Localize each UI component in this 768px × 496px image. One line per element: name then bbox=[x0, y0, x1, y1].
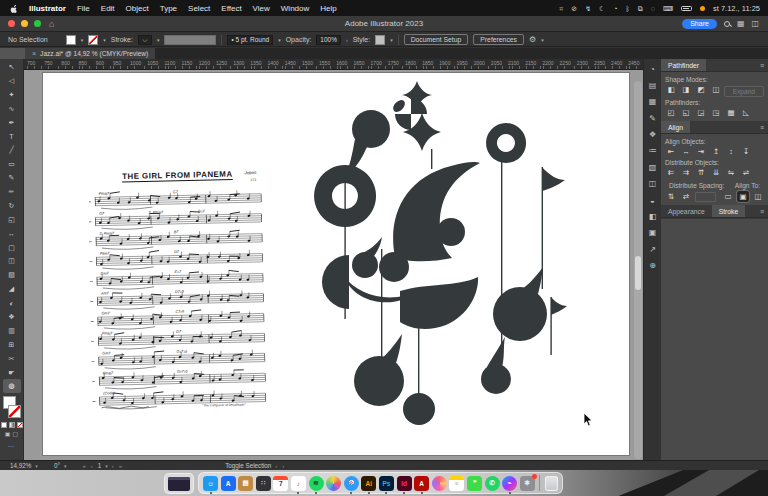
distribute-top-icon[interactable]: ⇇ bbox=[665, 167, 677, 178]
bolt-icon[interactable]: ↯ bbox=[585, 5, 591, 12]
distribute-vcenter-icon[interactable]: ⇉ bbox=[680, 167, 692, 178]
grid-app[interactable]: ∷ bbox=[256, 476, 271, 491]
direct-selection-tool[interactable]: ◁ bbox=[3, 74, 21, 88]
document-setup-button[interactable]: Document Setup bbox=[404, 34, 469, 45]
lasso-tool[interactable]: ∿ bbox=[3, 102, 21, 116]
color-wheel-app[interactable] bbox=[432, 476, 447, 491]
canvas-area[interactable]: 7007508008509009501000105011001150120012… bbox=[24, 59, 643, 460]
gradient-tool[interactable]: ▧ bbox=[3, 268, 21, 282]
align-vcenter-icon[interactable]: ↕ bbox=[725, 146, 737, 157]
menubar-clock[interactable]: st 7.12., 11:25 bbox=[713, 4, 760, 13]
options-gear-icon[interactable]: ⚙ bbox=[529, 35, 536, 44]
options-gear-chevron-icon[interactable]: ▾ bbox=[541, 37, 544, 43]
prev-artboard-icon[interactable]: ‹ bbox=[91, 463, 94, 469]
stroke-width-chevron-icon[interactable]: ▾ bbox=[157, 37, 160, 43]
first-artboard-icon[interactable]: « bbox=[82, 463, 86, 469]
crop-icon[interactable]: ◳ bbox=[710, 107, 722, 118]
stroke-width-stepper[interactable]: ⌵ bbox=[138, 35, 152, 45]
line-tool[interactable]: ╱ bbox=[3, 143, 21, 157]
rectangle-tool[interactable]: ▭ bbox=[3, 157, 21, 171]
align-hcenter-icon[interactable]: ↔ bbox=[680, 146, 692, 157]
gradient-button[interactable] bbox=[9, 422, 15, 428]
brushes-panel-icon[interactable]: ✎ bbox=[646, 112, 659, 124]
zoom-tool[interactable]: ◍ bbox=[3, 379, 21, 393]
symbol-sprayer-tool[interactable]: ❖ bbox=[3, 310, 21, 324]
arrange-documents-icon[interactable]: ▦ bbox=[737, 19, 745, 28]
pasteboard[interactable]: THE GIRL FROM IPANEMA-Jobim171Fmaj7G7G72… bbox=[24, 70, 643, 460]
messenger[interactable]: ⌁ bbox=[502, 476, 517, 491]
minus-back-icon[interactable]: ◺ bbox=[740, 107, 752, 118]
illustrator[interactable]: Ai bbox=[361, 476, 376, 491]
exclude-icon[interactable]: ◫ bbox=[710, 84, 722, 95]
spotify[interactable]: ≋ bbox=[309, 476, 324, 491]
search-icon[interactable] bbox=[724, 21, 730, 27]
align-to-selection-icon[interactable]: ▭ bbox=[722, 191, 734, 202]
distribute-right-icon[interactable]: ⇌ bbox=[740, 167, 752, 178]
unite-icon[interactable]: ◧ bbox=[665, 84, 677, 95]
asset-export-panel-icon[interactable]: ↗ bbox=[646, 243, 659, 255]
transparency-panel-icon[interactable]: ◫ bbox=[646, 178, 659, 190]
vertical-scrollbar-thumb[interactable] bbox=[635, 256, 641, 290]
timer-icon[interactable]: ◔ bbox=[613, 5, 617, 12]
apple-menu-icon[interactable] bbox=[10, 4, 18, 13]
align-left-icon[interactable]: ⇤ bbox=[665, 146, 677, 157]
blend-tool[interactable]: ◐ bbox=[3, 296, 21, 310]
messages[interactable]: ❝ bbox=[467, 476, 482, 491]
vertical-spacing-icon[interactable]: ⇅ bbox=[665, 191, 677, 202]
app-store[interactable]: A bbox=[221, 476, 236, 491]
sheet-music-scan[interactable]: THE GIRL FROM IPANEMA-Jobim171Fmaj7G7G72… bbox=[89, 163, 267, 410]
whatsapp[interactable]: ✆ bbox=[485, 476, 500, 491]
edit-toolbar-ellipsis[interactable]: … bbox=[8, 441, 16, 448]
artboard[interactable]: THE GIRL FROM IPANEMA-Jobim171Fmaj7G7G72… bbox=[42, 72, 630, 456]
photos[interactable] bbox=[326, 476, 341, 491]
calendar[interactable]: 7 bbox=[273, 476, 288, 491]
menu-type[interactable]: Type bbox=[160, 4, 177, 13]
display-status-icon[interactable]: ⌗ bbox=[559, 5, 563, 12]
minus-front-icon[interactable]: ◨ bbox=[680, 84, 692, 95]
tab-stroke[interactable]: Stroke bbox=[712, 205, 746, 217]
moon-icon[interactable]: ☾ bbox=[599, 5, 605, 12]
brush-definition-dropdown[interactable]: • 5 pt. Round bbox=[227, 35, 273, 45]
fill-stroke-indicator[interactable] bbox=[2, 396, 22, 420]
eyedropper-tool[interactable]: ◢ bbox=[3, 282, 21, 296]
scale-tool[interactable]: ◱ bbox=[3, 213, 21, 227]
notes[interactable]: ≡ bbox=[449, 476, 464, 491]
distribute-left-icon[interactable]: ⇊ bbox=[710, 167, 722, 178]
opacity-chevron-icon[interactable]: › bbox=[346, 37, 348, 43]
align-right-icon[interactable]: ⇥ bbox=[695, 146, 707, 157]
hand-tool[interactable]: ☛ bbox=[3, 366, 21, 380]
indesign[interactable]: Id bbox=[397, 476, 412, 491]
intersect-icon[interactable]: ◩ bbox=[695, 84, 707, 95]
stroke-color-swatch[interactable] bbox=[88, 35, 98, 45]
workspace-switcher-icon[interactable]: ◫ bbox=[751, 19, 759, 28]
distribute-bottom-icon[interactable]: ⇈ bbox=[695, 167, 707, 178]
hint-prev-icon[interactable]: ‹ bbox=[275, 463, 278, 469]
align-top-icon[interactable]: ↥ bbox=[710, 146, 722, 157]
gradient-panel-icon[interactable]: ▧ bbox=[646, 161, 659, 173]
minimized-window-tile[interactable] bbox=[164, 473, 194, 494]
music[interactable]: ♪ bbox=[291, 476, 306, 491]
bluetooth-icon[interactable]: ᛒ bbox=[626, 5, 630, 12]
expand-button[interactable]: Expand bbox=[724, 86, 764, 97]
artboard-tool[interactable]: ⊞ bbox=[3, 338, 21, 352]
brush-chevron-icon[interactable]: ▾ bbox=[278, 37, 281, 43]
artboards-panel-icon[interactable]: ▣ bbox=[646, 227, 659, 239]
shape-builder-tool[interactable]: ◫ bbox=[3, 254, 21, 268]
symbols-panel-icon[interactable]: ❖ bbox=[646, 129, 659, 141]
tab-align[interactable]: Align bbox=[661, 121, 690, 133]
slice-tool[interactable]: ✂ bbox=[3, 352, 21, 366]
type-tool[interactable]: T bbox=[3, 129, 21, 143]
stroke-indicator-swatch[interactable] bbox=[8, 405, 21, 418]
align-bottom-icon[interactable]: ↧ bbox=[740, 146, 752, 157]
spacing-value-field[interactable] bbox=[695, 192, 716, 202]
artboard-number-field[interactable]: 1 bbox=[98, 462, 102, 469]
menu-file[interactable]: File bbox=[77, 4, 90, 13]
share-button[interactable]: Share bbox=[682, 19, 717, 29]
safari[interactable]: ✧ bbox=[344, 476, 359, 491]
pen-tool[interactable]: ✒ bbox=[3, 116, 21, 130]
appearance-panel-icon[interactable]: ◒ bbox=[646, 194, 659, 206]
pencil-tool[interactable]: ✏ bbox=[3, 185, 21, 199]
free-transform-tool[interactable]: ▢ bbox=[3, 241, 21, 255]
variable-width-profile[interactable] bbox=[164, 35, 216, 45]
column-graph-tool[interactable]: ▥ bbox=[3, 324, 21, 338]
